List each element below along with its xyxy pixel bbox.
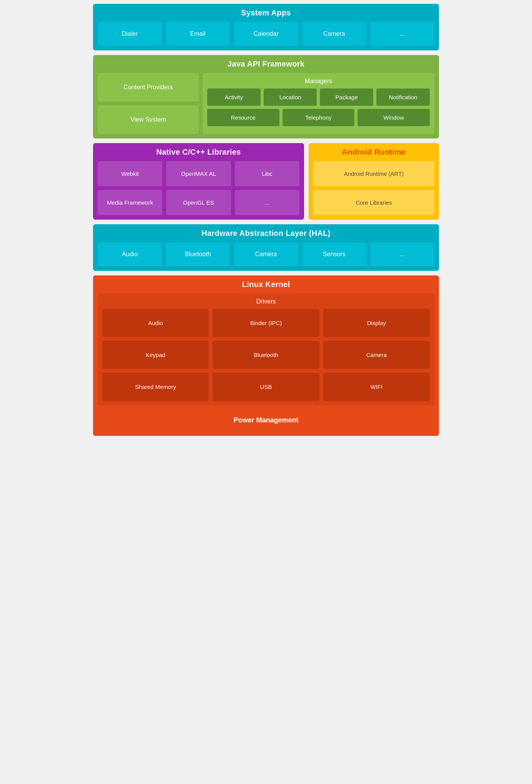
- hal-audio: Audio: [98, 242, 162, 266]
- runtime-layer: Android Runtime Android Runtime (ART) Co…: [309, 143, 439, 220]
- managers-row-2: Resource Telephony Window: [207, 109, 430, 126]
- driver-keypad: Keypad: [102, 341, 209, 369]
- native-opengl: OpenGL ES: [166, 190, 231, 215]
- hal-layer: Hardware Abstraction Layer (HAL) Audio B…: [93, 224, 439, 271]
- view-system-item: View System: [98, 105, 199, 134]
- manager-resource: Resource: [207, 109, 279, 126]
- hal-title: Hardware Abstraction Layer (HAL): [98, 229, 434, 238]
- driver-binder: Binder (IPC): [213, 309, 319, 337]
- hal-more: ...: [370, 242, 434, 266]
- linux-kernel-layer: Linux Kernel Drivers Audio Binder (IPC) …: [93, 275, 439, 436]
- hal-sensors: Sensors: [302, 242, 366, 266]
- system-apps-title: System Apps: [98, 8, 434, 17]
- hal-camera: Camera: [234, 242, 298, 266]
- driver-display: Display: [323, 309, 430, 337]
- runtime-title: Android Runtime: [313, 148, 434, 157]
- hal-row: Audio Bluetooth Camera Sensors ...: [98, 242, 434, 266]
- content-providers-item: Content Providers: [98, 73, 199, 102]
- system-app-dialer: Dialer: [98, 22, 162, 46]
- driver-audio: Audio: [102, 309, 209, 337]
- native-layer: Native C/C++ Libraries Webkit OpenMAX AL…: [93, 143, 304, 220]
- java-api-layer: Java API Framework Content Providers Vie…: [93, 55, 439, 138]
- driver-camera: Camera: [323, 341, 430, 369]
- java-api-title: Java API Framework: [98, 60, 434, 68]
- manager-window: Window: [357, 109, 430, 126]
- native-title: Native C/C++ Libraries: [98, 148, 299, 157]
- system-app-calendar: Calendar: [234, 22, 298, 46]
- power-management-item: Power Management: [98, 409, 434, 431]
- drivers-title: Drivers: [102, 298, 430, 305]
- system-apps-row: Dialer Email Calendar Camera ...: [98, 22, 434, 46]
- driver-usb: USB: [213, 373, 319, 401]
- manager-location: Location: [264, 88, 317, 106]
- java-api-left: Content Providers View System: [98, 73, 199, 134]
- native-media-framework: Media Framework: [98, 190, 162, 215]
- managers-row-1: Activity Location Package Notification: [207, 88, 430, 106]
- driver-shared-memory: Shared Memory: [102, 373, 209, 401]
- drivers-grid: Audio Binder (IPC) Display Keypad Blueto…: [102, 309, 430, 401]
- system-app-email: Email: [166, 22, 230, 46]
- java-api-inner: Content Providers View System Managers A…: [98, 73, 434, 134]
- system-app-more: ...: [370, 22, 434, 46]
- hal-bluetooth: Bluetooth: [166, 242, 230, 266]
- native-libc: Libc: [235, 161, 299, 186]
- managers-grid: Activity Location Package Notification R…: [207, 88, 430, 126]
- driver-bluetooth: Bluetooth: [213, 341, 319, 369]
- native-runtime-row: Native C/C++ Libraries Webkit OpenMAX AL…: [93, 143, 439, 220]
- managers-title: Managers: [207, 78, 430, 85]
- linux-kernel-title: Linux Kernel: [98, 280, 434, 289]
- runtime-art: Android Runtime (ART): [313, 161, 434, 186]
- runtime-items: Android Runtime (ART) Core Libraries: [313, 161, 434, 215]
- driver-wifi: WIFI: [323, 373, 430, 401]
- manager-notification: Notification: [376, 88, 430, 106]
- native-grid: Webkit OpenMAX AL Libc Media Framework O…: [98, 161, 299, 215]
- manager-activity: Activity: [207, 88, 261, 106]
- drivers-box: Drivers Audio Binder (IPC) Display Keypa…: [98, 294, 434, 405]
- native-more: ...: [235, 190, 299, 215]
- system-apps-layer: System Apps Dialer Email Calendar Camera…: [93, 4, 439, 50]
- manager-telephony: Telephony: [283, 109, 355, 126]
- native-openmax: OpenMAX AL: [166, 161, 231, 186]
- android-architecture-diagram: System Apps Dialer Email Calendar Camera…: [93, 4, 439, 436]
- manager-package: Package: [320, 88, 373, 106]
- system-app-camera: Camera: [302, 22, 366, 46]
- managers-box: Managers Activity Location Package Notif…: [203, 73, 434, 134]
- native-webkit: Webkit: [98, 161, 162, 186]
- runtime-core-libraries: Core Libraries: [313, 190, 434, 215]
